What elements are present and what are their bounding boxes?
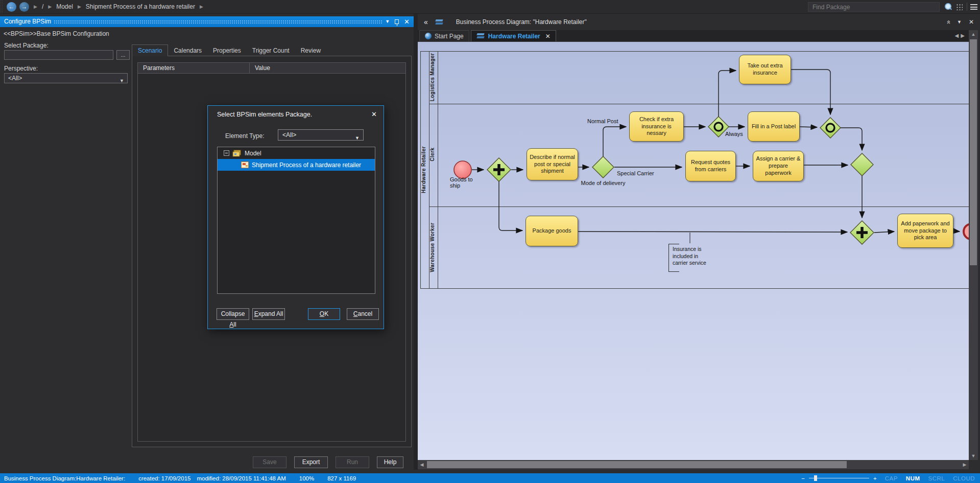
status-created: created: 17/09/2015 [138,475,190,481]
breadcrumb-root[interactable]: / [42,3,43,10]
ok-button[interactable]: OK [308,308,340,320]
tab-hardware-retailer[interactable]: Hardware Retailer ✕ [471,30,556,41]
close-icon[interactable]: ✕ [404,18,410,25]
bpmn-diagram-icon [476,33,485,39]
label-normal-post: Normal Post [587,118,618,124]
start-page-icon [425,33,432,39]
collapse-left-icon[interactable]: « [424,18,428,26]
tab-properties[interactable]: Properties [207,45,247,56]
tab-scenario[interactable]: Scenario [132,44,168,56]
start-event-goods-to-ship[interactable] [454,161,471,178]
task-request-quotes[interactable]: Request quotes from carriers [685,151,736,181]
expand-all-button[interactable]: Expand All [252,308,285,320]
dialog-close-icon[interactable]: ✕ [371,110,377,118]
task-take-out-extra-insurance[interactable]: Take out extra insurance [739,55,791,84]
task-describe-shipment[interactable]: Describe if normal post or special shipm… [527,148,578,180]
forward-button[interactable]: → [19,2,29,12]
exclusive-gateway-merge[interactable] [851,153,873,176]
browse-package-button[interactable]: ... [116,50,130,60]
chevron-down-icon: ▼ [355,133,360,143]
diagram-title: Business Process Diagram: "Hardware Reta… [456,18,587,26]
parameters-grid-header: Parameters Value [138,63,405,74]
zoom-slider-track[interactable] [809,478,869,478]
perspective-dropdown[interactable]: <All> ▼ [4,73,128,83]
zoom-out-icon[interactable]: − [801,475,805,481]
package-input[interactable] [4,50,113,60]
end-event[interactable] [964,224,969,239]
zoom-in-icon[interactable]: + [873,475,877,481]
close-icon[interactable]: ✕ [969,18,974,26]
run-button[interactable]: Run [336,456,369,468]
collapse-all-button[interactable]: Collapse All [217,308,249,320]
pin-icon[interactable] [395,19,399,24]
element-type-label: Element Type: [225,132,265,140]
expand-up-icon[interactable]: » [944,20,952,24]
horizontal-scroll-thumb[interactable] [427,461,847,468]
breadcrumb-chevron-icon: ▶ [48,4,52,9]
breadcrumb-model[interactable]: Model [56,3,73,10]
task-package-goods[interactable]: Package goods [525,216,578,246]
label-special-carrier: Special Carrier [617,170,654,176]
vertical-scrollbar[interactable]: ▲ ▼ [969,30,978,460]
diagram-header: « Business Process Diagram: "Hardware Re… [418,14,980,30]
chevron-down-icon[interactable]: ▼ [957,19,962,25]
tab-close-icon[interactable]: ✕ [545,33,551,40]
task-check-if-extra-insurance[interactable]: Check if extra insurance is nessary [629,111,684,142]
zoom-slider-thumb[interactable] [814,475,817,481]
package-tree[interactable]: Model Shipment Process of a hardware ret… [217,147,375,294]
task-add-paperwork[interactable]: Add paperwork and move package to pick a… [897,214,953,248]
column-header-parameters[interactable]: Parameters [138,63,250,73]
save-button[interactable]: Save [253,456,286,468]
tab-calendars[interactable]: Calendars [168,45,207,56]
task-fill-in-post-label[interactable]: Fill in a Post label [748,111,800,142]
back-button[interactable]: ← [7,2,16,12]
note-text: Insurance is included in carrier service [673,246,710,267]
breadcrumb-chevron-icon: ▶ [200,4,203,9]
tree-expander-icon[interactable] [224,150,229,156]
bpmn-diagram-icon [435,19,444,26]
export-button[interactable]: Export [294,456,328,468]
toolbar-grip [0,0,4,13]
parallel-gateway-join[interactable] [850,221,874,244]
help-button[interactable]: Help [377,456,403,468]
back-arrow-icon: ← [9,3,15,10]
note-insurance-included[interactable]: Insurance is included in carrier service [668,244,712,272]
breadcrumb-package[interactable]: Shipment Process of a hardware retailer [86,3,195,10]
cancel-button[interactable]: Cancel [347,308,379,320]
forward-arrow-icon: → [21,3,28,10]
column-header-value[interactable]: Value [250,63,405,73]
label-always: Always [725,131,743,137]
horizontal-scrollbar[interactable]: ◀ ▶ [418,460,969,469]
zoom-slider[interactable]: − + [801,475,876,481]
parallel-gateway-split[interactable] [487,158,511,181]
tab-trigger-count[interactable]: Trigger Count [247,45,295,56]
breadcrumb-chevron-icon: ▶ [78,4,81,9]
inclusive-gateway-merge[interactable] [820,118,841,138]
scroll-right-icon[interactable]: ▶ [961,460,969,469]
grid-options-icon[interactable] [956,4,963,10]
diagram-canvas[interactable]: Hardware Retailer Logistics Manager Cler… [418,42,969,460]
diagram-item-icon [241,162,249,168]
panel-menu-arrow-icon[interactable]: ▼ [385,16,390,27]
indicator-scrl: SCRL [928,475,945,481]
exclusive-gateway-mode-of-delivery[interactable] [592,156,614,178]
status-diagram-size: 827 x 1169 [327,475,356,481]
tree-item-shipment-process[interactable]: Shipment Process of a hardware retailer [218,159,375,171]
tree-item-model[interactable]: Model [218,147,375,159]
diagram-tab-strip: Start Page Hardware Retailer ✕ ◀▶ [418,30,980,42]
status-modified: modified: 28/09/2015 11:41:48 AM [197,475,285,481]
panel-splitter[interactable] [414,14,418,470]
scroll-left-icon[interactable]: ◀ [418,460,426,469]
vertical-scroll-thumb[interactable] [970,39,977,265]
tab-review[interactable]: Review [295,45,326,56]
element-type-dropdown[interactable]: <All> ▼ [278,129,364,141]
scroll-up-icon[interactable]: ▲ [969,30,978,38]
find-package-input[interactable] [808,4,939,11]
tab-start-page[interactable]: Start Page [419,30,469,41]
task-assign-carrier[interactable]: Assign a carrier & prepare paperwork [753,151,804,181]
tab-scroll-arrows[interactable]: ◀▶ [955,33,967,38]
search-icon[interactable] [944,3,952,11]
scroll-down-icon[interactable]: ▼ [969,452,978,460]
menu-icon[interactable] [970,4,977,10]
select-package-label: Select Package: [4,42,49,49]
